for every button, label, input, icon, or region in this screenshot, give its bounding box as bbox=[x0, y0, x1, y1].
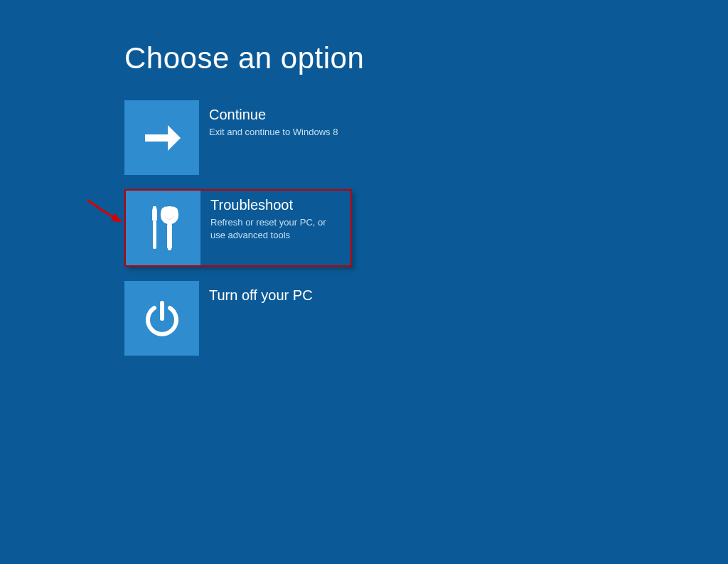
power-icon bbox=[124, 281, 199, 356]
continue-option[interactable]: Continue Exit and continue to Windows 8 bbox=[124, 100, 352, 175]
page-title: Choose an option bbox=[124, 41, 728, 75]
troubleshoot-title: Troubleshoot bbox=[210, 196, 342, 213]
continue-title: Continue bbox=[209, 106, 343, 123]
troubleshoot-desc: Refresh or reset your PC, or use advance… bbox=[210, 216, 342, 241]
options-list: Continue Exit and continue to Windows 8 bbox=[124, 100, 728, 356]
arrow-right-icon bbox=[124, 100, 199, 175]
svg-marker-3 bbox=[152, 211, 157, 220]
turnoff-option[interactable]: Turn off your PC bbox=[124, 281, 352, 356]
continue-desc: Exit and continue to Windows 8 bbox=[209, 126, 343, 139]
svg-marker-4 bbox=[152, 206, 157, 211]
tools-icon bbox=[126, 191, 200, 265]
svg-rect-2 bbox=[153, 220, 156, 249]
troubleshoot-option[interactable]: Troubleshoot Refresh or reset your PC, o… bbox=[124, 189, 352, 267]
svg-rect-0 bbox=[145, 134, 171, 142]
turnoff-title: Turn off your PC bbox=[209, 287, 343, 304]
svg-marker-1 bbox=[168, 125, 181, 151]
